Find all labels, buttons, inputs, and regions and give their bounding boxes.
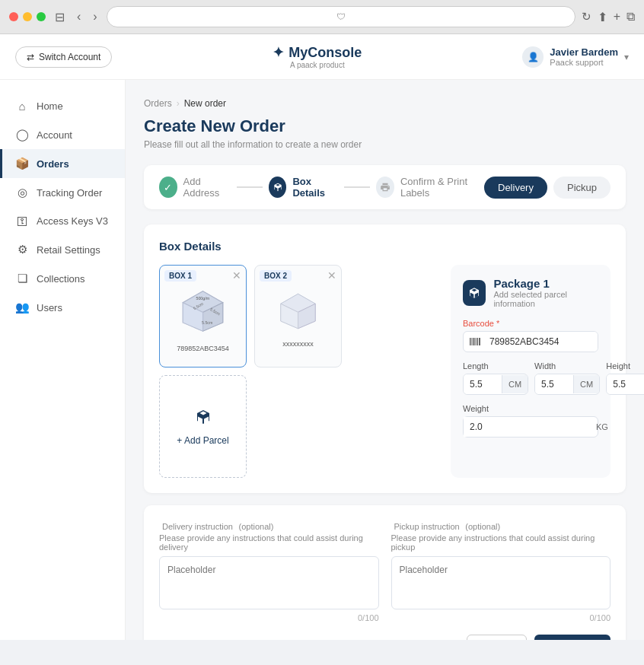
instructions-row: Delivery instruction (optional) Please p… <box>159 520 611 622</box>
step-add-address-label: Add Address <box>183 176 231 199</box>
bottom-row: All needed information related to the or… <box>159 635 611 640</box>
weight-input[interactable] <box>464 417 590 437</box>
pickup-instruction-char-count: 0/100 <box>391 613 611 622</box>
sidebar-item-users[interactable]: 👥 Users <box>0 293 125 322</box>
breadcrumb-current: New order <box>184 98 226 109</box>
sidebar-item-label: Tracking Order <box>37 187 102 199</box>
step-connector-1 <box>237 186 263 188</box>
delivery-instruction-char-count: 0/100 <box>159 613 379 622</box>
sidebar-item-collections[interactable]: ❏ Collections <box>0 264 125 293</box>
avatar: 👤 <box>522 46 544 68</box>
add-parcel-icon <box>194 408 212 431</box>
width-input[interactable] <box>535 374 573 394</box>
browser-actions: ⬆ + ⧉ <box>598 10 635 24</box>
delivery-instruction-textarea[interactable] <box>159 556 379 609</box>
weight-field-group: Weight KG <box>463 404 598 438</box>
breadcrumb-parent[interactable]: Orders <box>144 98 172 109</box>
logo-brand: ✦ MyConsole <box>273 44 362 61</box>
length-input[interactable] <box>464 374 502 394</box>
chevron-down-icon[interactable]: ▾ <box>624 52 629 62</box>
svg-rect-13 <box>472 338 473 345</box>
breadcrumb: Orders › New order <box>144 98 626 109</box>
top-header: ⇄ Switch Account ✦ MyConsole A paack pro… <box>0 34 644 80</box>
sidebar-item-label: Users <box>37 302 62 313</box>
address-bar[interactable]: 🛡 <box>107 6 575 27</box>
delivery-instruction-title: Delivery instruction (optional) <box>159 520 379 532</box>
weight-label: Weight <box>463 404 598 413</box>
step-box-details: Box Details <box>269 176 338 199</box>
switch-account-label: Switch Account <box>39 52 100 62</box>
package-titles: Package 1 Add selected parcel informatio… <box>493 277 598 308</box>
delivery-tab-button[interactable]: Delivery <box>484 177 547 199</box>
logo-subtitle: A paack product <box>290 61 345 69</box>
weight-input-wrap: KG <box>463 416 598 438</box>
width-unit: CM <box>573 375 599 393</box>
page-title: Create New Order <box>144 116 626 136</box>
width-input-wrap: CM <box>534 374 600 395</box>
height-input[interactable] <box>607 374 644 394</box>
user-details: Javier Bardem Paack support <box>550 46 618 67</box>
breadcrumb-separator: › <box>177 98 180 109</box>
minimize-traffic-light[interactable] <box>23 12 32 21</box>
sidebar: ⌂ Home ◯ Account 📦 Orders ◎ Tracking Ord… <box>0 80 126 640</box>
traffic-lights <box>9 12 46 21</box>
dimensions-field-group: Length CM Width CM <box>463 361 598 395</box>
continue-button[interactable]: Continue <box>534 635 611 640</box>
sidebar-item-account[interactable]: ◯ Account <box>0 120 125 149</box>
parcel-box2-svg <box>273 285 323 337</box>
parcel-remove-box2[interactable]: ✕ <box>327 270 336 281</box>
sidebar-item-label: Account <box>37 129 72 141</box>
svg-rect-17 <box>479 338 480 345</box>
collections-icon: ❏ <box>15 272 29 285</box>
sidebar-item-label: Collections <box>37 273 85 285</box>
sidebar-item-label: Access Keys V3 <box>37 215 108 227</box>
delivery-instruction-col: Delivery instruction (optional) Please p… <box>159 520 379 622</box>
barcode-label: Barcode * <box>463 319 598 328</box>
package-icon <box>463 280 486 306</box>
back-nav-icon[interactable]: ‹ <box>74 8 84 25</box>
account-icon: ◯ <box>15 128 29 142</box>
svg-rect-14 <box>473 338 475 345</box>
new-tab-icon[interactable]: + <box>614 10 620 24</box>
box-details-title: Box Details <box>159 240 611 253</box>
step-add-address-icon: ✓ <box>159 177 177 198</box>
parcel-card-box2[interactable]: BOX 2 ✕ xxxxxxxxx <box>254 265 342 368</box>
package-title: Package 1 <box>493 277 598 290</box>
svg-rect-16 <box>477 338 479 345</box>
share-icon[interactable]: ⬆ <box>598 10 607 24</box>
add-parcel-button[interactable]: + Add Parcel <box>159 375 247 478</box>
forward-nav-icon[interactable]: › <box>90 8 100 25</box>
action-buttons: Back Continue <box>467 635 611 640</box>
steps-bar: ✓ Add Address Box Details Confirm & Prin… <box>144 165 626 209</box>
svg-text:5.5cm: 5.5cm <box>202 320 213 324</box>
sidebar-item-access-keys[interactable]: ⚿ Access Keys V3 <box>0 207 125 235</box>
svg-rect-12 <box>470 338 471 345</box>
step-confirm-print-icon <box>376 177 394 198</box>
length-input-wrap: CM <box>463 374 528 395</box>
home-icon: ⌂ <box>15 100 29 113</box>
sidebar-item-retail-settings[interactable]: ⚙ Retail Settings <box>0 235 125 264</box>
barcode-input[interactable] <box>486 332 598 352</box>
height-label: Height <box>606 361 644 371</box>
orders-icon: 📦 <box>15 157 29 170</box>
close-traffic-light[interactable] <box>9 12 18 21</box>
maximize-traffic-light[interactable] <box>37 12 46 21</box>
refresh-icon[interactable]: ↻ <box>582 10 591 24</box>
parcel-card-box1[interactable]: BOX 1 ✕ 5.5cm 5.5cm 5.5cm <box>159 265 247 368</box>
browser-chrome: ⊟ ‹ › 🛡 ↻ ⬆ + ⧉ <box>0 0 644 34</box>
pickup-instruction-textarea[interactable] <box>391 556 611 609</box>
step-box-details-icon <box>269 177 287 198</box>
sidebar-toggle-icon[interactable]: ⊟ <box>52 8 68 26</box>
parcel-remove-box1[interactable]: ✕ <box>232 270 241 281</box>
switch-icon: ⇄ <box>27 52 34 62</box>
sidebar-item-tracking[interactable]: ◎ Tracking Order <box>0 178 125 207</box>
pickup-tab-button[interactable]: Pickup <box>553 177 611 199</box>
delivery-instruction-subtitle: Please provide any instructions that cou… <box>159 533 379 552</box>
back-button[interactable]: Back <box>467 635 527 640</box>
sidebar-item-home[interactable]: ⌂ Home <box>0 92 125 120</box>
sidebar-item-orders[interactable]: 📦 Orders <box>0 149 125 178</box>
switch-account-button[interactable]: ⇄ Switch Account <box>15 46 112 68</box>
step-box-details-label: Box Details <box>292 176 338 199</box>
tabs-icon[interactable]: ⧉ <box>626 10 635 24</box>
logo-icon: ✦ <box>273 44 284 61</box>
